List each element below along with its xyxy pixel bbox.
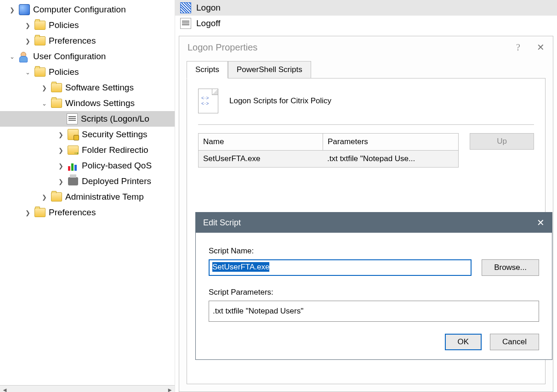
tree-label: Windows Settings <box>65 98 135 108</box>
folder-icon <box>51 191 63 203</box>
tree-label: Policies <box>49 67 79 77</box>
tree-label: Folder Redirectio <box>82 145 148 155</box>
chevron-right-icon[interactable]: ❯ <box>57 131 64 138</box>
tree-label: Scripts (Logon/Lo <box>81 114 149 124</box>
tree-label: Preferences <box>49 36 96 46</box>
tree-label: Preferences <box>49 207 96 218</box>
tree-label: Security Settings <box>82 129 148 140</box>
edit-script-dialog: Edit Script ✕ Script Name: SetUserFTA.ex… <box>195 212 552 360</box>
list-item-label: Logoff <box>196 18 220 28</box>
close-icon[interactable]: ✕ <box>537 42 545 53</box>
chevron-right-icon[interactable]: ❯ <box>57 162 64 169</box>
tree-item-windows-settings[interactable]: ⌄ Windows Settings <box>0 95 175 111</box>
list-item-logoff[interactable]: Logoff <box>175 16 557 31</box>
script-params-input[interactable] <box>209 301 539 322</box>
tree-label: Computer Configuration <box>33 5 126 15</box>
dialog-title: Logon Properties <box>188 42 257 53</box>
help-icon[interactable]: ? <box>516 42 520 53</box>
chevron-down-icon[interactable]: ⌄ <box>8 53 16 60</box>
script-hatch-icon <box>180 2 192 14</box>
tree-item-qos[interactable]: ❯ Policy-based QoS <box>0 158 175 174</box>
user-icon <box>18 50 30 62</box>
divider <box>198 124 534 125</box>
table-row[interactable]: SetUserFTA.exe .txt txtfile "Notepad Use… <box>199 150 458 167</box>
qos-icon <box>67 160 79 172</box>
tab-scripts[interactable]: Scripts <box>187 61 228 78</box>
tree-item-folder-redir[interactable]: ❯ Folder Redirectio <box>0 142 175 158</box>
chevron-right-icon[interactable]: ❯ <box>40 84 48 91</box>
tree-item-security[interactable]: ❯ Security Settings <box>0 127 175 142</box>
script-params-label: Script Parameters: <box>209 288 539 297</box>
script-name-input[interactable] <box>209 259 472 276</box>
column-header-params[interactable]: Parameters <box>323 134 458 150</box>
folder-icon <box>34 19 46 31</box>
tree-item-scripts[interactable]: Scripts (Logon/Lo <box>0 111 175 127</box>
tree-label: Administrative Temp <box>65 192 144 202</box>
security-icon <box>67 129 79 140</box>
chevron-right-icon[interactable]: ❯ <box>24 22 31 29</box>
column-header-name[interactable]: Name <box>199 134 323 150</box>
tree-label: Policy-based QoS <box>82 161 152 171</box>
tree-item-cc-policies[interactable]: ❯ Policies <box>0 17 175 33</box>
tree-label: Deployed Printers <box>82 176 151 186</box>
chevron-down-icon[interactable]: ⌄ <box>24 69 31 76</box>
tree-item-printers[interactable]: ❯ Deployed Printers <box>0 174 175 189</box>
cancel-button[interactable]: Cancel <box>490 334 539 350</box>
printer-icon <box>67 175 79 187</box>
tree-label: User Configuration <box>33 51 106 62</box>
browse-button[interactable]: Browse... <box>482 259 539 276</box>
tree-item-computer-config[interactable]: ❯ Computer Configuration <box>0 2 175 17</box>
script-list: Logon Logoff <box>175 0 557 31</box>
up-button: Up <box>470 133 534 150</box>
close-icon[interactable]: ✕ <box>537 217 545 228</box>
script-icon <box>66 113 78 125</box>
folder-redirect-icon <box>67 144 79 156</box>
dialog-title: Edit Script <box>203 218 241 228</box>
chevron-right-icon[interactable]: ❯ <box>57 178 64 185</box>
chevron-right-icon[interactable]: ❯ <box>8 6 16 13</box>
list-item-label: Logon <box>196 3 221 13</box>
nav-tree: ❯ Computer Configuration ❯ Policies ❯ Pr… <box>0 0 175 392</box>
scripts-table[interactable]: Name Parameters SetUserFTA.exe .txt txtf… <box>198 133 459 168</box>
ok-button[interactable]: OK <box>445 334 482 350</box>
script-icon <box>180 17 192 29</box>
tree-label: Software Settings <box>65 83 134 93</box>
tree-item-cc-prefs[interactable]: ❯ Preferences <box>0 33 175 49</box>
tree-item-admin-templates[interactable]: ❯ Administrative Temp <box>0 189 175 205</box>
chevron-right-icon[interactable]: ❯ <box>24 38 31 45</box>
chevron-right-icon[interactable]: ❯ <box>40 194 48 201</box>
folder-icon <box>34 207 46 218</box>
folder-icon <box>51 82 63 94</box>
tree-item-software-settings[interactable]: ❯ Software Settings <box>0 80 175 95</box>
tree-label: Policies <box>49 20 79 30</box>
chevron-down-icon[interactable]: ⌄ <box>40 100 48 107</box>
folder-icon <box>34 66 46 78</box>
horizontal-scrollbar[interactable]: ◄► <box>0 385 175 392</box>
computer-icon <box>18 4 30 16</box>
tab-powershell[interactable]: PowerShell Scripts <box>228 61 311 78</box>
folder-icon <box>34 35 46 47</box>
list-item-logon[interactable]: Logon <box>175 0 557 16</box>
script-name-label: Script Name: <box>209 246 539 256</box>
chevron-right-icon[interactable]: ❯ <box>57 147 64 154</box>
script-file-icon <box>198 89 218 113</box>
chevron-right-icon[interactable]: ❯ <box>24 209 31 216</box>
tree-item-user-config[interactable]: ⌄ User Configuration <box>0 49 175 64</box>
folder-icon <box>51 97 63 109</box>
tree-item-uc-prefs[interactable]: ❯ Preferences <box>0 205 175 220</box>
tree-item-uc-policies[interactable]: ⌄ Policies <box>0 64 175 80</box>
section-header: Logon Scripts for Citrix Policy <box>229 96 331 106</box>
cell-params: .txt txtfile "Notepad Use... <box>323 151 420 167</box>
cell-name: SetUserFTA.exe <box>199 151 323 167</box>
